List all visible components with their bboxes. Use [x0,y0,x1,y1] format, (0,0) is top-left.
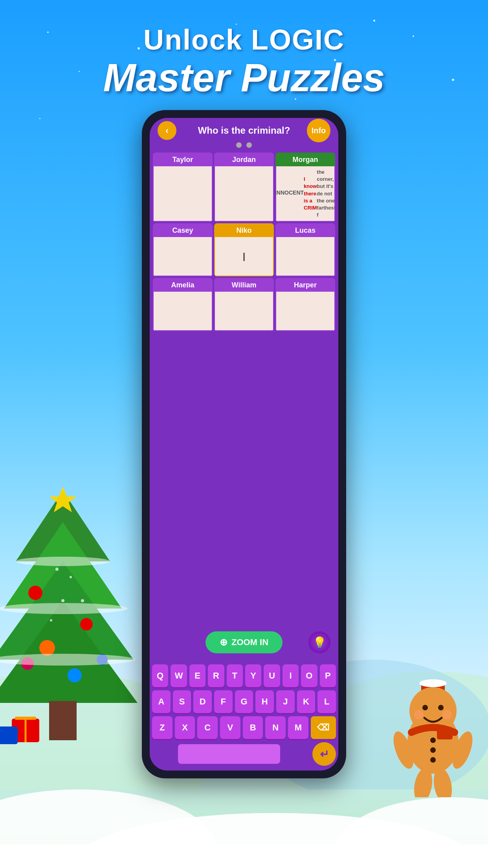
cell-morgan[interactable]: Morgan INNOCENT I know there is a CRIM t… [275,153,335,222]
key-k[interactable]: K [297,690,316,713]
back-button[interactable]: ‹ [158,121,176,140]
lucas-header: Lucas [275,223,335,237]
progress-dots [150,140,338,153]
cell-lucas[interactable]: Lucas [275,223,335,276]
keyboard-row-1: Q W E R T Y U I O P [152,664,336,687]
key-o[interactable]: O [301,664,317,687]
key-d[interactable]: D [193,690,212,713]
svg-rect-11 [49,701,77,740]
key-j[interactable]: J [276,690,295,713]
phone-frame: ‹ Who is the criminal? Info Taylor Jorda… [142,110,346,778]
phone-header: ‹ Who is the criminal? Info [150,118,338,140]
key-g[interactable]: G [235,690,253,713]
key-b[interactable]: B [243,716,263,739]
harper-header: Harper [275,278,335,292]
key-w[interactable]: W [171,664,187,687]
svg-point-39 [442,710,452,719]
key-t[interactable]: T [227,664,243,687]
svg-point-18 [68,668,82,682]
cell-william[interactable]: William [214,278,274,331]
niko-header: Niko [214,223,274,237]
william-header: William [214,278,274,292]
christmas-tree [0,483,138,758]
hint-icon: 💡 [313,636,327,649]
zoom-button-label: ZOOM IN [231,637,268,647]
key-s[interactable]: S [173,690,191,713]
svg-point-47 [430,757,436,763]
key-n[interactable]: N [265,716,286,739]
progress-dot-2 [246,142,252,148]
grid-row-1: Taylor Jordan Morgan INNOCENT I know the… [153,153,335,222]
keyboard-row-4: ↵ [152,742,336,766]
jordan-body [214,166,274,222]
key-r[interactable]: R [208,664,224,687]
svg-point-20 [70,576,72,578]
key-i[interactable]: I [283,664,299,687]
taylor-header: Taylor [153,153,213,166]
spacer [150,333,338,623]
key-z[interactable]: Z [152,716,172,739]
svg-point-25 [0,603,128,614]
question-title: Who is the criminal? [198,125,290,136]
svg-point-46 [430,747,436,753]
unlock-title: Unlock LOGIC [0,24,488,56]
cell-taylor[interactable]: Taylor [153,153,213,222]
harper-body [275,292,335,331]
svg-point-23 [81,599,84,602]
lucas-body [275,237,335,276]
casey-header: Casey [153,223,213,237]
cell-jordan[interactable]: Jordan [214,153,274,222]
master-title: Master Puzzles [0,56,488,99]
cell-casey[interactable]: Casey [153,223,213,276]
svg-rect-30 [0,726,18,744]
svg-rect-3 [0,844,488,868]
svg-point-22 [50,619,52,622]
key-e[interactable]: E [189,664,205,687]
key-x[interactable]: X [175,716,195,739]
svg-point-19 [55,568,59,571]
key-c[interactable]: C [197,716,218,739]
keyboard: Q W E R T Y U I O P A S D F G H J K [150,661,338,771]
key-a[interactable]: A [152,690,171,713]
cell-harper[interactable]: Harper [275,278,335,331]
key-space[interactable] [178,744,280,764]
svg-point-36 [422,705,428,710]
key-m[interactable]: M [288,716,308,739]
cell-amelia[interactable]: Amelia [153,278,213,331]
niko-body: | [214,237,274,276]
morgan-header: Morgan [275,153,335,166]
key-delete[interactable]: ⌫ [311,716,336,739]
svg-point-14 [80,618,93,631]
gingerbread-character [386,671,480,797]
casey-body [153,237,213,276]
keyboard-row-2: A S D F G H J K L [152,690,336,713]
key-p[interactable]: P [320,664,336,687]
jordan-header: Jordan [214,153,274,166]
amelia-header: Amelia [153,278,213,292]
key-h[interactable]: H [255,690,274,713]
cell-niko[interactable]: Niko | [214,223,274,276]
grid-row-2: Casey Niko | Lucas [153,223,335,276]
morgan-body: INNOCENT I know there is a CRIM the corn… [275,166,335,222]
key-l[interactable]: L [317,690,336,713]
grid-row-3: Amelia William Harper [153,278,335,331]
key-enter[interactable]: ↵ [312,742,336,766]
svg-point-38 [414,710,424,719]
key-y[interactable]: Y [245,664,261,687]
zoom-button[interactable]: ⊕ ZOOM IN [205,631,283,653]
zoom-area: ⊕ ZOOM IN 💡 [150,623,338,661]
svg-point-37 [438,705,444,710]
info-label: Info [312,126,326,135]
info-button[interactable]: Info [307,119,330,142]
key-q[interactable]: Q [152,664,168,687]
amelia-body [153,292,213,331]
hint-button[interactable]: 💡 [308,631,330,653]
svg-point-33 [419,679,447,687]
key-f[interactable]: F [214,690,233,713]
svg-point-15 [39,640,55,656]
svg-point-21 [61,599,64,602]
key-v[interactable]: V [220,716,240,739]
keyboard-row-3: Z X C V B N M ⌫ [152,716,336,739]
key-u[interactable]: U [264,664,280,687]
taylor-body [153,166,213,222]
